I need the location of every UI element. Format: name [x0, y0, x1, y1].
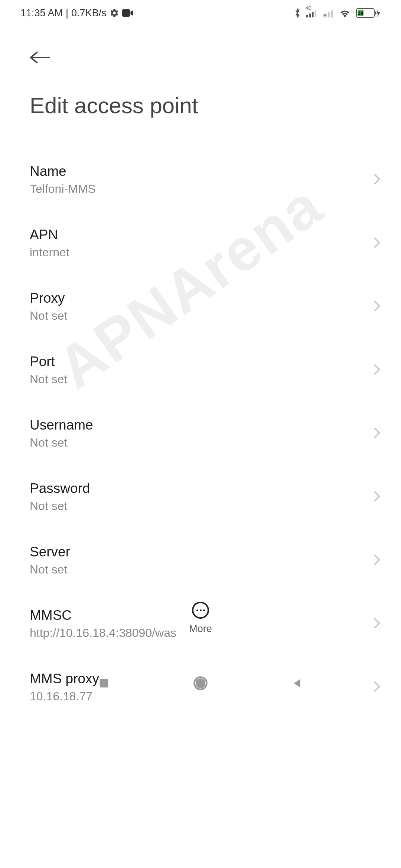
- gear-icon: [110, 8, 119, 18]
- svg-rect-8: [331, 10, 333, 18]
- setting-item-port[interactable]: Port Not set: [30, 338, 381, 402]
- setting-value: internet: [30, 246, 373, 259]
- nav-recents-button[interactable]: [95, 674, 113, 693]
- setting-item-password[interactable]: Password Not set: [30, 465, 381, 529]
- chevron-right-icon: [373, 490, 381, 504]
- setting-label: Server: [30, 544, 373, 560]
- page-title: Edit access point: [30, 93, 381, 118]
- signal-4g-icon: 4G: [306, 9, 317, 17]
- setting-item-proxy[interactable]: Proxy Not set: [30, 275, 381, 338]
- bluetooth-icon: [294, 7, 301, 19]
- status-data-rate: 0.7KB/s: [71, 7, 107, 19]
- status-right: 4G 38: [294, 7, 381, 19]
- setting-value: Not set: [30, 563, 373, 576]
- setting-item-name[interactable]: Name Telfoni-MMS: [30, 148, 381, 211]
- chevron-right-icon: [373, 427, 381, 441]
- status-bar: 11:35 AM | 0.7KB/s 4G 38: [0, 0, 401, 26]
- back-button[interactable]: [30, 48, 52, 67]
- navigation-bar: [0, 659, 401, 707]
- svg-rect-7: [328, 12, 330, 17]
- svg-rect-9: [100, 679, 108, 687]
- more-label: More: [189, 623, 212, 635]
- triangle-back-icon: [291, 677, 303, 690]
- chevron-right-icon: [373, 300, 381, 314]
- chevron-right-icon: [373, 553, 381, 568]
- more-button[interactable]: More: [0, 602, 401, 635]
- nav-back-button[interactable]: [288, 674, 306, 693]
- setting-label: Proxy: [30, 290, 373, 306]
- svg-point-11: [196, 679, 205, 687]
- chevron-right-icon: [373, 363, 381, 377]
- battery-percent: 38: [358, 10, 363, 16]
- chevron-right-icon: [373, 173, 381, 187]
- setting-value: Not set: [30, 372, 373, 386]
- setting-item-apn[interactable]: APN internet: [30, 211, 381, 275]
- svg-rect-2: [309, 14, 311, 18]
- more-icon: [192, 602, 209, 619]
- setting-label: Username: [30, 417, 373, 433]
- setting-item-username[interactable]: Username Not set: [30, 402, 381, 465]
- svg-rect-1: [306, 15, 308, 17]
- wifi-icon: [339, 9, 351, 17]
- battery-icon: 38: [356, 8, 381, 18]
- svg-rect-4: [315, 10, 317, 18]
- setting-value: Not set: [30, 436, 373, 450]
- status-time: 11:35 AM: [20, 7, 63, 19]
- setting-label: Password: [30, 481, 373, 496]
- nav-home-button[interactable]: [191, 674, 210, 693]
- svg-rect-0: [122, 9, 130, 17]
- setting-value: Not set: [30, 499, 373, 513]
- svg-rect-3: [312, 12, 314, 17]
- back-arrow-icon: [30, 51, 50, 64]
- setting-label: Port: [30, 354, 373, 369]
- setting-value: Telfoni-MMS: [30, 182, 373, 196]
- status-left: 11:35 AM | 0.7KB/s: [20, 7, 133, 19]
- circle-icon: [192, 675, 209, 691]
- setting-label: Name: [30, 164, 373, 179]
- header: Edit access point: [0, 26, 401, 118]
- signal-no-sim-icon: [323, 9, 334, 17]
- setting-value: Not set: [30, 309, 373, 323]
- setting-label: APN: [30, 227, 373, 243]
- chevron-right-icon: [373, 236, 381, 250]
- camera-icon: [122, 9, 133, 17]
- setting-item-server[interactable]: Server Not set: [30, 529, 381, 592]
- square-icon: [98, 677, 110, 690]
